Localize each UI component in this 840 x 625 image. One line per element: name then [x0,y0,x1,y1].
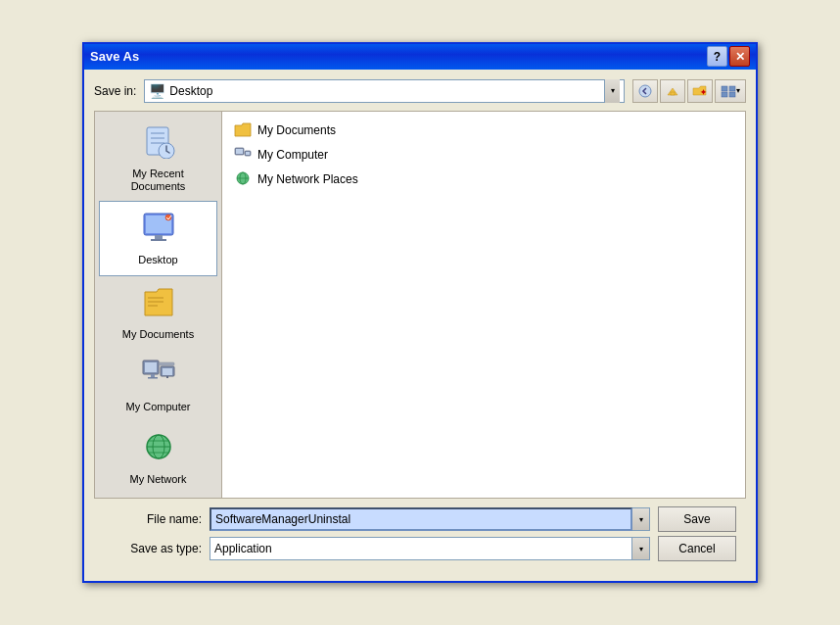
my-computer-icon [141,357,176,397]
file-item-mydocs[interactable]: My Documents [230,120,737,142]
sidebar-label-mycomp: My Computer [125,401,190,413]
title-bar: Save As ? ✕ [84,44,756,70]
svg-rect-3 [722,86,727,91]
file-icon-mydocs [234,121,252,140]
new-folder-icon: ✦ [692,84,708,98]
svg-rect-6 [729,92,735,97]
bottom-fields: File name: ▾ Save as type: Application ▾ [104,507,650,560]
svg-rect-1 [671,92,675,95]
up-icon [666,84,679,98]
save-in-label: Save in: [94,84,136,98]
desktop-folder-icon: 🖥️ [149,83,165,99]
file-name-input-group: ▾ [210,507,650,531]
location-dropdown-arrow[interactable]: ▾ [604,79,620,103]
svg-rect-14 [155,235,163,239]
dialog-content: Save in: 🖥️ Desktop ▾ ✦ [84,70,756,581]
file-name-mydocs: My Documents [257,123,336,137]
svg-rect-19 [148,305,158,307]
file-name-input[interactable] [210,507,632,531]
save-as-type-dropdown-btn[interactable]: ▾ [632,537,650,560]
file-icon-network [234,170,252,189]
title-bar-controls: ? ✕ [707,46,750,67]
file-name-dropdown-btn[interactable]: ▾ [632,507,650,531]
save-as-type-input-group: Application ▾ [210,537,650,560]
file-name-label: File name: [104,512,202,526]
location-text: Desktop [169,84,212,98]
svg-rect-34 [236,149,243,154]
new-folder-button[interactable]: ✦ [687,79,713,103]
svg-rect-25 [163,368,172,375]
cancel-button[interactable]: Cancel [658,536,736,561]
svg-point-0 [639,85,651,97]
svg-rect-15 [151,239,166,241]
sidebar-item-mycomp[interactable]: My Computer [95,349,221,421]
file-item-mycomp[interactable]: My Computer [230,144,737,167]
views-button[interactable]: ▾ [715,79,746,103]
svg-rect-21 [145,362,157,372]
main-area: My RecentDocuments Desktop My Documents [94,111,746,499]
sidebar: My RecentDocuments Desktop My Documents [95,112,222,498]
file-item-network[interactable]: My Network Places [230,168,737,191]
save-as-type-row: Save as type: Application ▾ [104,537,650,560]
file-list: My Documents My Computer My Network Plac… [222,112,745,498]
sidebar-label-desktop: Desktop [138,254,177,266]
help-button[interactable]: ? [707,46,727,67]
my-network-icon [141,429,176,469]
sidebar-item-desktop[interactable]: Desktop [99,201,217,275]
svg-rect-36 [246,152,250,155]
svg-text:✦: ✦ [700,88,707,97]
bottom-section: File name: ▾ Save as type: Application ▾ [94,506,746,571]
toolbar-row: Save in: 🖥️ Desktop ▾ ✦ [94,79,746,103]
desktop-icon [141,210,176,250]
views-icon [721,84,736,98]
back-button[interactable] [632,79,658,103]
file-name-network: My Network Places [257,172,358,186]
save-as-dialog: Save As ? ✕ Save in: 🖥️ Desktop ▾ [82,42,758,583]
svg-rect-27 [159,362,174,365]
recent-documents-icon [141,123,176,164]
close-button[interactable]: ✕ [729,46,750,67]
sidebar-label-recent: My RecentDocuments [131,168,186,193]
svg-rect-5 [722,92,727,97]
sidebar-item-network[interactable]: My Network [95,421,221,494]
svg-rect-18 [148,301,163,303]
location-dropdown[interactable]: 🖥️ Desktop ▾ [144,79,625,103]
sidebar-label-mydocs: My Documents [122,328,194,341]
save-as-type-label: Save as type: [104,542,202,555]
action-buttons: Save Cancel [658,506,736,561]
views-dropdown-arrow: ▾ [736,86,740,95]
dialog-title: Save As [90,49,139,64]
toolbar-buttons: ✦ ▾ [632,79,746,103]
up-button[interactable] [660,79,685,103]
svg-rect-17 [148,297,163,299]
file-name-row: File name: ▾ [104,507,650,531]
sidebar-item-mydocs[interactable]: My Documents [95,276,221,349]
sidebar-label-network: My Network [129,473,186,486]
svg-rect-23 [148,377,158,379]
svg-rect-4 [729,86,735,91]
sidebar-item-recent[interactable]: My RecentDocuments [95,116,221,201]
save-as-type-display: Application [210,537,632,560]
file-name-mycomp: My Computer [257,148,328,162]
save-button[interactable]: Save [658,506,736,532]
svg-rect-26 [166,376,168,378]
back-icon [638,84,652,98]
svg-rect-22 [151,374,155,377]
my-documents-icon [141,284,176,324]
file-icon-mycomp [234,146,252,165]
